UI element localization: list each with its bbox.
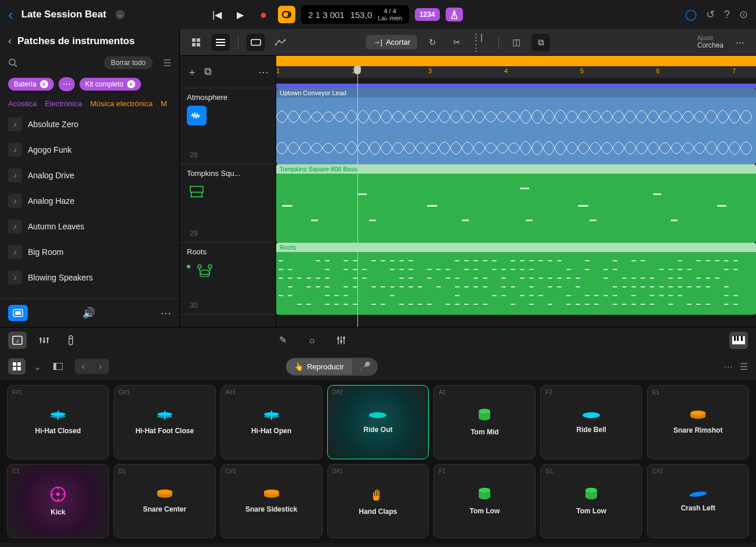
- pad-grid-view-button[interactable]: [8, 358, 26, 375]
- snap-control[interactable]: Ajuste Corchea: [697, 35, 724, 49]
- drum-pad[interactable]: G#1Hi-Hat Foot Close: [114, 385, 216, 459]
- patch-item[interactable]: ♪Autumn Leaves: [0, 214, 179, 239]
- playhead[interactable]: [357, 66, 358, 327]
- drum-pad[interactable]: G1Tom Low: [540, 464, 642, 538]
- count-in-button[interactable]: 1234: [415, 8, 440, 21]
- drum-pad[interactable]: F#1Hi-Hat Closed: [7, 385, 109, 459]
- pad-sidebar-button[interactable]: [49, 358, 67, 375]
- clear-all-button[interactable]: Borrar todo: [104, 56, 153, 69]
- sidebar-more-icon[interactable]: ⋯: [161, 307, 171, 319]
- project-dropdown-icon[interactable]: ⌄: [115, 10, 125, 19]
- pad-record-icon[interactable]: 🎤: [352, 358, 378, 376]
- remove-tag-icon[interactable]: ×: [40, 80, 48, 88]
- track-options-icon[interactable]: ⋯: [258, 66, 269, 78]
- more-icon[interactable]: ⊙: [739, 8, 748, 21]
- sidebar-back-button[interactable]: ‹: [8, 35, 12, 47]
- pad-more-icon[interactable]: ⋯: [724, 361, 733, 372]
- marquee-tool-button[interactable]: ◫: [507, 34, 526, 51]
- drum-pad[interactable]: F2Ride Bell: [540, 385, 642, 459]
- pad-prev-button[interactable]: ‹: [75, 359, 92, 374]
- arrangement-marker[interactable]: [276, 84, 756, 88]
- list-view-button[interactable]: [211, 34, 230, 51]
- category-more[interactable]: M: [161, 99, 167, 108]
- drum-track-icon: [195, 260, 215, 280]
- patch-item[interactable]: ♪Big Room: [0, 239, 179, 265]
- drum-pad[interactable]: F1Tom Low: [433, 464, 536, 538]
- region-view-button[interactable]: [247, 34, 265, 51]
- record-button[interactable]: ●: [255, 6, 272, 23]
- pad-menu-icon[interactable]: ☰: [740, 361, 748, 372]
- midi-region-drums[interactable]: Roots: [276, 243, 756, 315]
- remove-tag-icon[interactable]: ×: [127, 80, 135, 88]
- cycle-region[interactable]: [276, 56, 756, 66]
- library-view-button[interactable]: [8, 305, 28, 321]
- midi-note: [343, 260, 348, 261]
- midi-note: [492, 269, 497, 270]
- copy-tool-button[interactable]: ⧉: [531, 34, 550, 51]
- category-musica-electronica[interactable]: Música electrónica: [90, 99, 153, 108]
- drum-pad[interactable]: C#2Crash Left: [647, 464, 749, 538]
- undo-icon[interactable]: ↺: [706, 8, 715, 21]
- piano-keyboard-button[interactable]: [729, 332, 748, 349]
- drum-pad[interactable]: A1Tom Mid: [433, 385, 536, 459]
- patch-item[interactable]: ♪Analog Haze: [0, 188, 179, 214]
- drum-pad[interactable]: D#2Ride Out: [327, 385, 429, 459]
- scissors-icon[interactable]: ✂: [447, 34, 466, 51]
- back-button[interactable]: ‹: [8, 6, 13, 24]
- add-track-button[interactable]: ＋: [187, 65, 197, 79]
- track-header-roots[interactable]: Roots 30: [180, 243, 276, 315]
- patch-item[interactable]: ♪Absolute Zero: [0, 111, 179, 137]
- midi-region-bass[interactable]: Tompkins Square 808 Bass: [276, 164, 756, 243]
- track-header-atmosphere[interactable]: Atmosphere 28: [180, 88, 276, 164]
- loop-tool-button[interactable]: ↻: [423, 34, 442, 51]
- drum-pad[interactable]: C#1Snare Sidestick: [220, 464, 323, 538]
- browser-options-icon[interactable]: ☰: [163, 57, 171, 69]
- category-electronica[interactable]: Electrónica: [45, 99, 82, 108]
- pad-next-button[interactable]: ›: [92, 359, 108, 374]
- bar-number: 5: [580, 67, 584, 74]
- duplicate-track-button[interactable]: ⧉: [204, 66, 212, 78]
- audio-region-atmosphere[interactable]: Uptown Conveyor Lead: [276, 88, 756, 164]
- drum-pad[interactable]: D1Snare Center: [114, 464, 216, 538]
- svg-point-25: [46, 337, 49, 340]
- speaker-icon[interactable]: 🔊: [82, 307, 95, 319]
- trim-button[interactable]: →| Acortar: [366, 35, 417, 49]
- play-button[interactable]: ▶: [231, 6, 249, 23]
- drum-pad[interactable]: C1Kick: [7, 464, 109, 538]
- pad-play-toggle[interactable]: 👆Reproducir 🎤: [286, 358, 378, 376]
- timeline-lanes[interactable]: 1234567 Uptown Conveyor Lead Tompkins Sq…: [276, 56, 756, 327]
- brightness-icon[interactable]: ☼: [303, 332, 321, 349]
- filter-tag-kit-completo[interactable]: Kit completo×: [79, 78, 141, 91]
- category-acustica[interactable]: Acústica: [8, 99, 37, 108]
- metronome-button[interactable]: [446, 8, 463, 21]
- help-icon[interactable]: ?: [724, 9, 730, 21]
- lcd-display[interactable]: 2 1 3 001 153,0 4 / 4 La♭ men: [301, 5, 409, 24]
- editor-tab-pads[interactable]: ♪: [8, 332, 27, 349]
- editor-tab-controls[interactable]: [62, 332, 80, 349]
- svg-point-51: [375, 413, 380, 415]
- patch-item[interactable]: ♪Analog Drive: [0, 163, 179, 188]
- pencil-tool-icon[interactable]: ✎: [274, 332, 292, 349]
- drum-pad[interactable]: D#1Hand Claps: [327, 464, 429, 538]
- split-tool-button[interactable]: ⋮|⋮: [472, 34, 490, 51]
- pad-grid-dropdown-icon[interactable]: ⌄: [34, 361, 41, 372]
- sliders-icon[interactable]: [332, 332, 350, 349]
- automation-view-button[interactable]: [271, 34, 290, 51]
- search-icon[interactable]: [8, 58, 17, 67]
- drum-pad[interactable]: E1Snare Rimshot: [647, 385, 749, 459]
- patch-list[interactable]: ♪Absolute Zero♪Agogo Funk♪Analog Drive♪A…: [0, 111, 179, 298]
- ruler[interactable]: 1234567: [276, 56, 756, 88]
- goto-start-button[interactable]: |◀: [208, 6, 226, 23]
- patch-item[interactable]: ♪Blowing Speakers: [0, 265, 179, 290]
- grid-view-button[interactable]: [187, 34, 205, 51]
- track-record-enable-icon[interactable]: [187, 265, 190, 268]
- tag-more-button[interactable]: ⋯: [59, 77, 75, 91]
- patch-item[interactable]: ♪Agogo Funk: [0, 137, 179, 163]
- drum-pad[interactable]: A#1Hi-Hat Open: [220, 385, 323, 459]
- toolbar-more-icon[interactable]: ⋯: [730, 34, 749, 51]
- midi-note: [706, 278, 710, 279]
- editor-tab-mixer[interactable]: [35, 332, 53, 349]
- track-header-tompkins[interactable]: Tompkins Squ... 29: [180, 164, 276, 243]
- cycle-button[interactable]: [278, 6, 295, 23]
- filter-tag-bateria[interactable]: Batería×: [8, 78, 54, 91]
